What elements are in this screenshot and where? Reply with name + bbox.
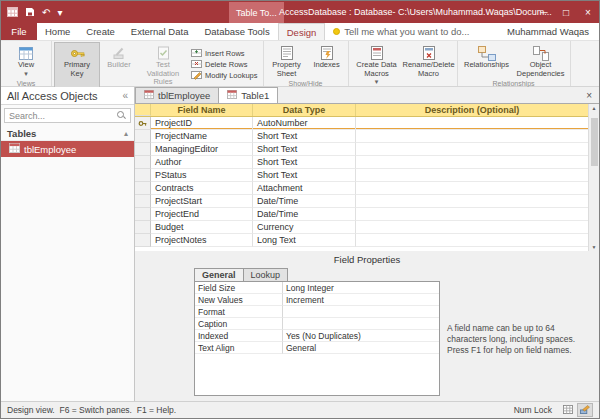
vertical-scrollbar[interactable]: ▲ ▼ bbox=[588, 104, 599, 251]
account-name[interactable]: Muhammad Waqas bbox=[507, 23, 599, 40]
table-row[interactable]: Contracts Attachment bbox=[135, 182, 588, 195]
property-value[interactable]: Yes (No Duplicates) bbox=[283, 330, 439, 342]
description-cell[interactable] bbox=[356, 117, 588, 130]
field-name-cell[interactable]: ProjectName bbox=[151, 130, 253, 143]
row-selector[interactable] bbox=[135, 117, 151, 130]
row-selector[interactable] bbox=[135, 221, 151, 234]
nav-item-tblemployee[interactable]: tblEmployee bbox=[1, 141, 134, 157]
field-name-cell[interactable]: Author bbox=[151, 156, 253, 169]
undo-icon[interactable]: ↶ bbox=[42, 7, 50, 18]
tab-home[interactable]: Home bbox=[37, 23, 78, 40]
description-cell[interactable] bbox=[356, 195, 588, 208]
data-type-cell[interactable]: Short Text bbox=[253, 156, 356, 169]
close-document-icon[interactable]: × bbox=[579, 87, 599, 103]
property-value[interactable] bbox=[283, 318, 439, 330]
relationships-button[interactable]: Relationships bbox=[460, 42, 514, 79]
modify-lookups-button[interactable]: Modify Lookups bbox=[191, 70, 258, 81]
description-cell[interactable] bbox=[356, 130, 588, 143]
description-cell[interactable] bbox=[356, 221, 588, 234]
row-selector[interactable] bbox=[135, 195, 151, 208]
nav-pane-header[interactable]: All Access Objects « bbox=[1, 87, 134, 105]
data-type-cell[interactable]: Date/Time bbox=[253, 195, 356, 208]
insert-rows-button[interactable]: Insert Rows bbox=[191, 48, 258, 59]
data-type-cell[interactable]: Short Text bbox=[253, 130, 356, 143]
field-name-cell[interactable]: ProjectEnd bbox=[151, 208, 253, 221]
field-name-cell[interactable]: Contracts bbox=[151, 182, 253, 195]
delete-rows-button[interactable]: Delete Rows bbox=[191, 59, 258, 70]
design-view-button[interactable] bbox=[577, 403, 593, 417]
table-row[interactable]: ManagingEditor Short Text bbox=[135, 143, 588, 156]
primary-key-button[interactable]: Primary Key bbox=[54, 42, 100, 88]
indexes-button[interactable]: Indexes bbox=[308, 42, 346, 79]
description-cell[interactable] bbox=[356, 156, 588, 169]
close-button[interactable]: × bbox=[577, 1, 599, 23]
description-cell[interactable] bbox=[356, 182, 588, 195]
row-selector[interactable] bbox=[135, 143, 151, 156]
tab-general[interactable]: General bbox=[194, 268, 244, 281]
tab-database-tools[interactable]: Database Tools bbox=[196, 23, 277, 40]
maximize-button[interactable]: □ bbox=[555, 1, 577, 23]
scrollbar-thumb[interactable] bbox=[591, 118, 598, 166]
row-selector[interactable] bbox=[135, 208, 151, 221]
field-name-cell[interactable]: Budget bbox=[151, 221, 253, 234]
builder-button[interactable]: Builder bbox=[100, 42, 138, 88]
description-cell[interactable] bbox=[356, 208, 588, 221]
doc-tab-tblemployee[interactable]: tblEmployee bbox=[135, 87, 219, 103]
description-cell[interactable] bbox=[356, 143, 588, 156]
property-value[interactable]: Long Integer bbox=[283, 282, 439, 294]
table-row[interactable]: ProjectName Short Text bbox=[135, 130, 588, 143]
test-validation-rules-button[interactable]: Test Validation Rules bbox=[138, 42, 188, 88]
property-label[interactable]: Field Size bbox=[195, 282, 283, 294]
data-type-cell[interactable]: Short Text bbox=[253, 169, 356, 182]
scroll-up-icon[interactable]: ▲ bbox=[592, 105, 597, 111]
row-selector[interactable] bbox=[135, 130, 151, 143]
property-label[interactable]: Text Align bbox=[195, 342, 283, 354]
tell-me-box[interactable]: Tell me what you want to do... bbox=[325, 23, 477, 40]
field-name-cell[interactable]: ProjectID bbox=[151, 117, 253, 130]
object-dependencies-button[interactable]: Object Dependencies bbox=[514, 42, 568, 79]
row-selector[interactable] bbox=[135, 234, 151, 247]
property-label[interactable]: Indexed bbox=[195, 330, 283, 342]
nav-section-tables[interactable]: Tables ▴ bbox=[1, 126, 134, 141]
tab-lookup[interactable]: Lookup bbox=[243, 268, 289, 281]
tab-create[interactable]: Create bbox=[78, 23, 123, 40]
data-type-cell[interactable]: Attachment bbox=[253, 182, 356, 195]
table-row[interactable]: Author Short Text bbox=[135, 156, 588, 169]
field-name-cell[interactable]: ProjectStart bbox=[151, 195, 253, 208]
description-cell[interactable] bbox=[356, 234, 588, 247]
property-value[interactable]: Increment bbox=[283, 294, 439, 306]
scroll-down-icon[interactable]: ▼ bbox=[592, 244, 597, 250]
field-name-cell[interactable]: PStatus bbox=[151, 169, 253, 182]
table-row[interactable]: ProjectStart Date/Time bbox=[135, 195, 588, 208]
property-label[interactable]: New Values bbox=[195, 294, 283, 306]
datasheet-view-button[interactable] bbox=[560, 403, 576, 417]
field-name-cell[interactable]: ManagingEditor bbox=[151, 143, 253, 156]
data-type-cell[interactable]: Short Text bbox=[253, 143, 356, 156]
doc-tab-table1[interactable]: Table1 bbox=[218, 87, 278, 103]
view-button[interactable]: View ▾ bbox=[3, 42, 49, 79]
row-selector[interactable] bbox=[135, 169, 151, 182]
contextual-tab-group-label[interactable]: Table To... bbox=[229, 2, 284, 23]
data-type-cell[interactable]: Long Text bbox=[253, 234, 356, 247]
property-label[interactable]: Caption bbox=[195, 318, 283, 330]
table-row[interactable]: ProjectNotes Long Text bbox=[135, 234, 588, 247]
property-sheet-button[interactable]: Property Sheet bbox=[266, 42, 308, 79]
row-selector[interactable] bbox=[135, 182, 151, 195]
property-value[interactable] bbox=[283, 306, 439, 318]
tab-external-data[interactable]: External Data bbox=[123, 23, 197, 40]
save-icon[interactable] bbox=[25, 7, 35, 17]
data-type-cell[interactable]: AutoNumber bbox=[253, 117, 356, 130]
qat-customize-icon[interactable]: ▾ bbox=[57, 7, 62, 18]
tab-file[interactable]: File bbox=[1, 23, 37, 40]
property-value[interactable]: General bbox=[283, 342, 439, 354]
minimize-button[interactable]: ─ bbox=[533, 1, 555, 23]
search-input[interactable]: Search... bbox=[4, 108, 131, 123]
data-type-cell[interactable]: Date/Time bbox=[253, 208, 356, 221]
data-type-cell[interactable]: Currency bbox=[253, 221, 356, 234]
row-selector[interactable] bbox=[135, 156, 151, 169]
table-row[interactable]: Budget Currency bbox=[135, 221, 588, 234]
tab-design[interactable]: Design bbox=[278, 23, 326, 40]
table-row[interactable]: ProjectID AutoNumber bbox=[135, 117, 588, 130]
description-cell[interactable] bbox=[356, 169, 588, 182]
table-row[interactable]: ProjectEnd Date/Time bbox=[135, 208, 588, 221]
